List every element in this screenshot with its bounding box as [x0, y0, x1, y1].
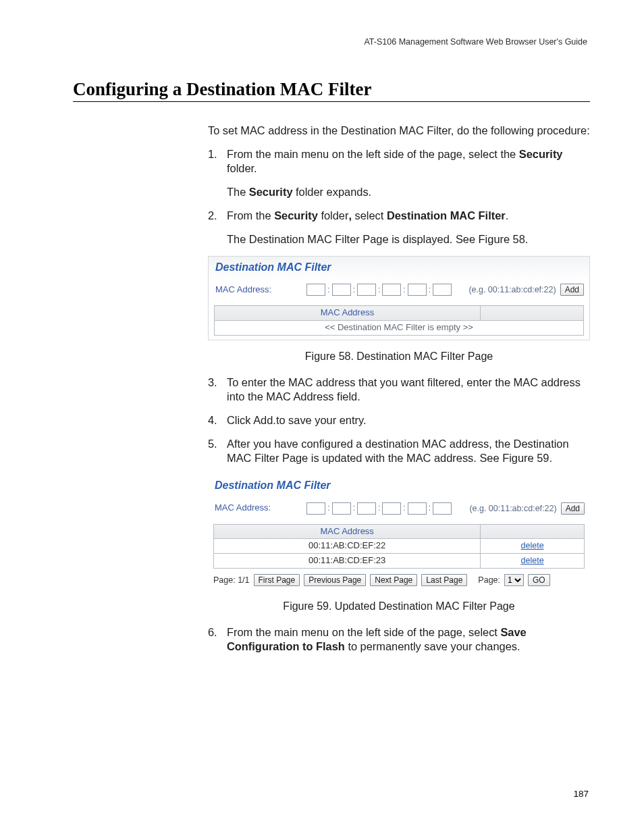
mac-example-hint: (e.g. 00:11:ab:cd:ef:22) [469, 503, 556, 514]
step-4: 4. Click Add.to save your entry. [208, 413, 590, 427]
step-2-line1: From the Security folder, select Destina… [227, 209, 590, 223]
action-col-header [480, 306, 583, 321]
table-row: 00:11:AB:CD:EF:22 delete [214, 539, 585, 554]
mac-col-header: MAC Address [214, 524, 481, 539]
figure-59-screenshot: Destination MAC Filter MAC Address: : : … [208, 475, 590, 590]
table-row: 00:11:AB:CD:EF:23 delete [214, 553, 585, 568]
figure-58-screenshot: Destination MAC Filter MAC Address: : : … [208, 256, 590, 340]
page-select[interactable]: 1 [504, 574, 524, 586]
step-1-line1: From the main menu on the left side of t… [227, 147, 590, 176]
steps-list: 1. From the main menu on the left side o… [208, 147, 590, 246]
panel-title: Destination MAC Filter [209, 257, 589, 281]
pager: Page: 1/1 First Page Previous Page Next … [208, 573, 590, 590]
mac-octet-input[interactable] [433, 502, 452, 515]
mac-octet-input[interactable] [408, 284, 427, 296]
mac-octet-input[interactable] [332, 284, 351, 296]
figure-58-caption: Figure 58. Destination MAC Filter Page [208, 350, 590, 363]
running-header: AT-S106 Management Software Web Browser … [73, 37, 590, 47]
steps-list-3: 6. From the main menu on the left side o… [208, 625, 590, 654]
mac-octet-input[interactable] [433, 284, 452, 296]
steps-list-2: 3. To enter the MAC address that you wan… [208, 375, 590, 465]
step-number: 1. [208, 147, 217, 161]
section-title: Configuring a Destination MAC Filter [73, 79, 590, 100]
step-5-text: After you have configured a destination … [227, 437, 590, 465]
add-button[interactable]: Add [560, 284, 584, 296]
mac-octet-input[interactable] [306, 502, 325, 515]
action-col-header [481, 524, 585, 539]
delete-link[interactable]: delete [521, 556, 544, 565]
section-rule [73, 101, 590, 102]
delete-link[interactable]: delete [521, 541, 544, 550]
mac-filter-table: MAC Address << Destination MAC Filter is… [214, 305, 584, 335]
figure-59-caption: Figure 59. Updated Destination MAC Filte… [208, 600, 590, 613]
add-button[interactable]: Add [561, 502, 585, 515]
step-4-text: Click Add.to save your entry. [227, 413, 590, 427]
go-button[interactable]: GO [528, 574, 550, 586]
mac-octet-input[interactable] [357, 284, 376, 296]
mac-octet-input[interactable] [332, 502, 351, 515]
page-count-label: Page: 1/1 [213, 575, 250, 585]
mac-octet-inputs: : : : : : [294, 284, 464, 296]
mac-input-row: MAC Address: : : : : : (e.g. 00:11:ab:cd… [208, 500, 590, 524]
panel-title: Destination MAC Filter [208, 475, 590, 499]
intro-paragraph: To set MAC address in the Destination MA… [208, 124, 590, 138]
next-page-button[interactable]: Next Page [370, 574, 417, 586]
step-1: 1. From the main menu on the left side o… [208, 147, 590, 199]
page-number: 187 [573, 789, 589, 799]
first-page-button[interactable]: First Page [254, 574, 300, 586]
mac-filter-table: MAC Address 00:11:AB:CD:EF:22 delete 00:… [213, 524, 585, 569]
step-5: 5. After you have configured a destinati… [208, 437, 590, 465]
mac-octet-input[interactable] [382, 284, 401, 296]
page-select-label: Page: [478, 575, 500, 585]
step-3: 3. To enter the MAC address that you wan… [208, 375, 590, 404]
empty-row: << Destination MAC Filter is empty >> [215, 321, 584, 336]
mac-col-header: MAC Address [215, 306, 481, 321]
step-number: 3. [208, 375, 217, 390]
mac-address-label: MAC Address: [215, 502, 289, 514]
step-2: 2. From the Security folder, select Dest… [208, 209, 590, 246]
mac-octet-input[interactable] [306, 284, 325, 296]
last-page-button[interactable]: Last Page [421, 574, 467, 586]
body-column: To set MAC address in the Destination MA… [208, 124, 590, 654]
mac-octet-input[interactable] [357, 502, 376, 515]
step-number: 4. [208, 413, 217, 427]
step-1-line2: The Security folder expands. [227, 185, 590, 199]
step-6-text: From the main menu on the left side of t… [227, 625, 590, 654]
mac-cell: 00:11:AB:CD:EF:23 [214, 553, 481, 568]
step-6: 6. From the main menu on the left side o… [208, 625, 590, 654]
step-number: 5. [208, 437, 217, 451]
mac-address-label: MAC Address: [215, 284, 290, 296]
step-3-text: To enter the MAC address that you want f… [227, 375, 590, 404]
step-number: 6. [208, 625, 217, 640]
mac-example-hint: (e.g. 00:11:ab:cd:ef:22) [468, 284, 556, 295]
mac-octet-inputs: : : : : : [293, 502, 465, 515]
step-number: 2. [208, 209, 217, 223]
mac-octet-input[interactable] [382, 502, 401, 515]
mac-input-row: MAC Address: : : : : : (e.g. 00:11:ab:cd… [209, 281, 589, 305]
step-2-line2: The Destination MAC Filter Page is displ… [227, 232, 590, 246]
mac-cell: 00:11:AB:CD:EF:22 [214, 539, 481, 554]
previous-page-button[interactable]: Previous Page [304, 574, 366, 586]
mac-octet-input[interactable] [408, 502, 427, 515]
